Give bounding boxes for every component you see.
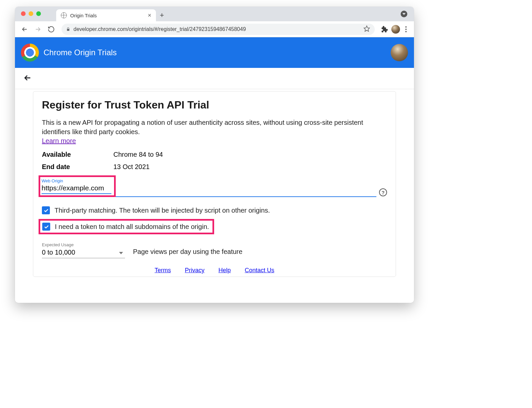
close-window-button[interactable] [21, 11, 26, 16]
usage-description: Page views per day using the feature [133, 248, 242, 258]
usage-row: Expected Usage 0 to 10,000 Page views pe… [42, 242, 387, 258]
chrome-logo-icon [21, 44, 39, 62]
available-value: Chrome 84 to 94 [113, 151, 163, 158]
maximize-window-button[interactable] [36, 11, 41, 16]
help-icon[interactable]: ? [379, 188, 387, 196]
browser-window: Origin Trials × + developer.chrome.com/o… [15, 7, 414, 303]
app-header: Chrome Origin Trials [15, 37, 414, 68]
tab-close-icon[interactable]: × [148, 12, 151, 19]
subdomains-highlight: I need a token to match all subdomains o… [39, 219, 214, 234]
footer-contact[interactable]: Contact Us [245, 267, 274, 274]
address-bar[interactable]: developer.chrome.com/origintrials/#/regi… [62, 24, 375, 35]
window-controls [21, 11, 41, 16]
usage-field: Expected Usage 0 to 10,000 [42, 242, 125, 258]
tabs-dropdown-button[interactable] [401, 11, 407, 17]
thirdparty-checkbox-row: Third-party matching. The token will be … [42, 206, 387, 214]
minimize-window-button[interactable] [29, 11, 33, 16]
chrome-menu-button[interactable] [402, 26, 410, 32]
extensions-icon[interactable] [379, 26, 389, 33]
thirdparty-label: Third-party matching. The token will be … [55, 207, 270, 214]
thirdparty-checkbox[interactable] [42, 206, 50, 214]
tabstrip: Origin Trials × + [15, 7, 414, 21]
subdomains-label: I need a token to match all subdomains o… [55, 223, 209, 231]
usage-label: Expected Usage [42, 242, 125, 247]
back-button[interactable] [19, 24, 30, 35]
web-origin-highlight: Web Origin [39, 175, 116, 197]
enddate-label: End date [42, 163, 113, 171]
registration-card: Register for Trust Token API Trial This … [33, 91, 396, 277]
toolbar: developer.chrome.com/origintrials/#/regi… [15, 21, 414, 37]
forward-button[interactable] [32, 24, 44, 35]
web-origin-input[interactable] [42, 183, 111, 193]
svg-marker-0 [364, 26, 370, 31]
available-label: Available [42, 151, 113, 158]
footer-terms[interactable]: Terms [155, 267, 171, 274]
meta-block: Available Chrome 84 to 94 End date 13 Oc… [42, 151, 387, 171]
learn-more-link[interactable]: Learn more [42, 137, 76, 145]
bookmark-star-icon[interactable] [363, 25, 370, 33]
footer-help[interactable]: Help [218, 267, 231, 274]
subdomains-checkbox[interactable] [42, 223, 50, 231]
tab-title: Origin Trials [70, 13, 97, 18]
web-origin-label: Web Origin [42, 178, 111, 183]
app-title: Chrome Origin Trials [44, 48, 117, 57]
content-area: Register for Trust Token API Trial This … [15, 89, 414, 303]
enddate-value: 13 Oct 2021 [113, 163, 150, 171]
meta-enddate: End date 13 Oct 2021 [42, 163, 387, 171]
web-origin-row: Web Origin ? [42, 175, 387, 197]
meta-available: Available Chrome 84 to 94 [42, 151, 387, 158]
globe-icon [61, 12, 67, 18]
footer-privacy[interactable]: Privacy [185, 267, 204, 274]
profile-avatar-small[interactable] [391, 25, 400, 34]
usage-select[interactable]: 0 to 10,000 [42, 247, 125, 258]
profile-avatar-large[interactable] [391, 44, 408, 61]
page-title: Register for Trust Token API Trial [42, 99, 387, 111]
active-tab[interactable]: Origin Trials × [56, 9, 156, 21]
footer-links: Terms Privacy Help Contact Us [42, 267, 387, 274]
new-tab-button[interactable]: + [156, 9, 168, 21]
web-origin-underline [116, 196, 376, 197]
reload-button[interactable] [46, 24, 57, 35]
lock-icon [66, 27, 70, 32]
page-backbar [15, 68, 414, 89]
subdomains-checkbox-row: I need a token to match all subdomains o… [42, 223, 209, 231]
page-back-button[interactable] [23, 73, 32, 84]
page-description: This is a new API for propagating a noti… [42, 118, 387, 136]
url-text: developer.chrome.com/origintrials/#/regi… [73, 26, 360, 32]
